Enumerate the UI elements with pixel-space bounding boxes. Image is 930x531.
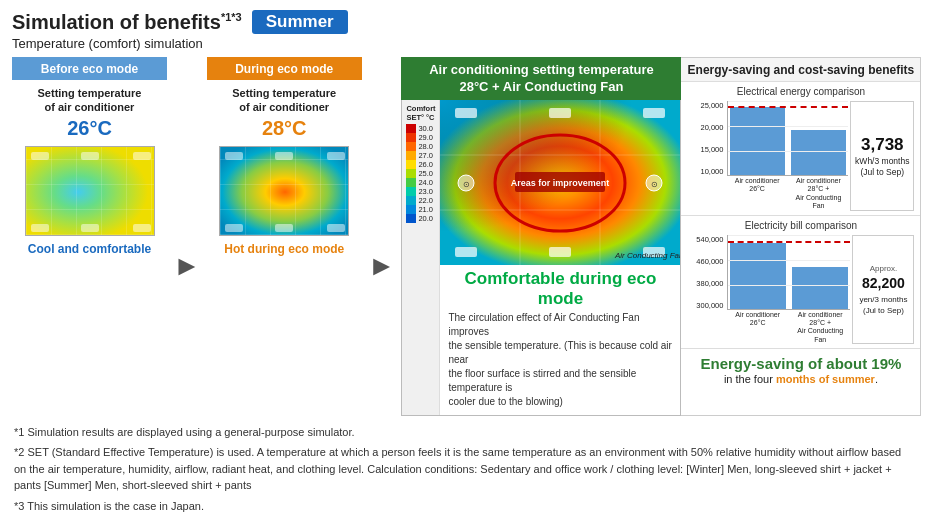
hot-heatmap-svg: [220, 147, 349, 236]
footnotes: *1 Simulation results are displayed usin…: [12, 424, 918, 515]
bill-bars-area: Air conditioner26°C Air conditioner 28°C…: [727, 235, 850, 345]
svg-rect-6: [133, 224, 151, 232]
elec-saving-badge: 3,738 kWh/3 months (Jul to Sep): [850, 101, 914, 211]
page-wrapper: Simulation of benefits*1*3 Summer Temper…: [0, 0, 930, 526]
svg-text:Areas for improvement: Areas for improvement: [511, 178, 610, 188]
color-scale: ComfortSET° °C 30.0 29.0 28.0 27.0 26.0 …: [402, 100, 440, 415]
before-eco-panel: Before eco mode Setting temperatureof ai…: [12, 57, 167, 416]
elec-bar1-label: Air conditioner26°C: [729, 177, 784, 211]
scale-item-20: 20.0: [406, 214, 437, 223]
svg-rect-13: [327, 224, 345, 232]
cool-heatmap-svg: [26, 147, 155, 236]
bill-bar2-wrap: [792, 267, 848, 309]
elec-bars: [727, 101, 848, 176]
svg-text:Air Conducting Fan: Air Conducting Fan: [614, 251, 680, 260]
scale-item-21: 21.0: [406, 205, 437, 214]
bill-saving-num: 82,200: [862, 274, 905, 294]
svg-text:⊙: ⊙: [651, 180, 658, 189]
svg-rect-9: [275, 152, 293, 160]
large-heatmap-svg: ⊙ ⊙ Areas for improvement Air Conducting…: [440, 100, 680, 265]
bill-bar2: [792, 267, 848, 309]
bill-bar1-label: Air conditioner26°C: [729, 311, 786, 345]
energy-summary: Energy-saving of about 19% in the four m…: [681, 349, 920, 391]
svg-rect-11: [225, 224, 243, 232]
before-comfort-label: Cool and comfortable: [28, 242, 151, 256]
svg-text:⊙: ⊙: [463, 180, 470, 189]
center-header: Air conditioning setting temperature 28°…: [401, 57, 681, 100]
footnote-1: *1 Simulation results are displayed usin…: [14, 424, 916, 441]
elec-bars-area: Air conditioner26°C Air conditioner 28°C…: [727, 101, 848, 211]
summer-badge: Summer: [252, 10, 348, 34]
svg-rect-22: [643, 108, 665, 118]
footnote-3: *3 This simulation is the case in Japan.: [14, 498, 916, 515]
bill-bars: [727, 235, 850, 310]
scale-title: ComfortSET° °C: [406, 104, 437, 122]
svg-rect-4: [31, 224, 49, 232]
svg-rect-23: [455, 247, 477, 257]
bill-saving-unit: yen/3 months: [859, 294, 907, 305]
scale-item-26: 26.0: [406, 160, 437, 169]
scale-bar: 30.0 29.0 28.0 27.0 26.0 25.0 24.0 23.0 …: [406, 124, 437, 223]
description-text: The circulation effect of Air Conducting…: [440, 311, 680, 415]
scale-item-27: 27.0: [406, 151, 437, 160]
summary-sub: in the four months of summer.: [689, 373, 912, 385]
before-temp: 26°C: [67, 117, 112, 140]
elec-dashed-ref: [728, 106, 848, 108]
elec-bar1: [730, 107, 785, 175]
grid-line-2: [728, 126, 848, 127]
elec-bar1-wrap: [730, 107, 785, 175]
summary-main: Energy-saving of about 19%: [689, 355, 912, 373]
svg-rect-24: [549, 247, 571, 257]
scale-item-30: 30.0: [406, 124, 437, 133]
grid-line-top: [728, 101, 848, 102]
bill-saving-period: (Jul to Sep): [863, 305, 904, 316]
before-heatmap: [25, 146, 155, 236]
svg-rect-0: [26, 147, 155, 236]
svg-rect-2: [81, 152, 99, 160]
svg-rect-10: [327, 152, 345, 160]
scale-item-24: 24.0: [406, 178, 437, 187]
during-eco-body: Setting temperatureof air conditioner 28…: [213, 80, 355, 260]
during-heatmap: [219, 146, 349, 236]
header-row: Simulation of benefits*1*3 Summer: [12, 10, 918, 34]
elec-y-axis: 25,000 20,000 15,000 10,000: [687, 101, 725, 176]
bill-grid-3: [728, 285, 850, 286]
arrow-1: ►: [167, 117, 207, 416]
scale-item-25: 25.0: [406, 169, 437, 178]
scale-item-23: 23.0: [406, 187, 437, 196]
bill-y-axis: 540,000 460,000 380,000 300,000: [687, 235, 725, 310]
scale-item-28: 28.0: [406, 142, 437, 151]
elec-bar2: [791, 130, 846, 175]
elec-chart-section: Electrical energy comparison 25,000 20,0…: [681, 82, 920, 216]
subtitle: Temperature (comfort) simulation: [12, 36, 918, 51]
elec-saving-period: (Jul to Sep): [861, 167, 904, 178]
center-heatmap-area: ⊙ ⊙ Areas for improvement Air Conducting…: [440, 100, 680, 415]
center-panel: Air conditioning setting temperature 28°…: [401, 57, 681, 416]
during-setting-label: Setting temperatureof air conditioner: [232, 86, 336, 115]
bill-chart-section: Electricity bill comparison 540,000 460,…: [681, 216, 920, 350]
svg-rect-7: [220, 147, 349, 236]
before-setting-label: Setting temperatureof air conditioner: [38, 86, 142, 115]
bill-bar1-wrap: [730, 243, 786, 309]
bill-bar-labels: Air conditioner26°C Air conditioner 28°C…: [727, 310, 850, 345]
svg-rect-3: [133, 152, 151, 160]
bill-bar1: [730, 243, 786, 309]
footnote-2: *2 SET (Standard Effective Temperature) …: [14, 444, 916, 494]
elec-chart-body: 25,000 20,000 15,000 10,000: [687, 101, 914, 211]
elec-bar-labels: Air conditioner26°C Air conditioner 28°C…: [727, 176, 848, 211]
bill-saving-prefix: Approx.: [870, 263, 898, 274]
svg-rect-12: [275, 224, 293, 232]
arrow-2: ►: [362, 117, 402, 416]
right-header: Energy-saving and cost-saving benefits: [681, 58, 920, 82]
page-title: Simulation of benefits*1*3: [12, 11, 242, 34]
svg-rect-21: [549, 108, 571, 118]
elec-saving-unit: kWh/3 months: [855, 156, 909, 167]
bill-dashed-ref: [728, 241, 850, 243]
elec-bar2-wrap: [791, 130, 846, 175]
bill-grid-2: [728, 260, 850, 261]
grid-line-3: [728, 151, 848, 152]
comfortable-text: Comfortable during eco mode: [440, 265, 680, 311]
during-comfort-label: Hot during eco mode: [224, 242, 344, 256]
scale-item-22: 22.0: [406, 196, 437, 205]
bill-saving-badge: Approx. 82,200 yen/3 months (Jul to Sep): [852, 235, 914, 345]
